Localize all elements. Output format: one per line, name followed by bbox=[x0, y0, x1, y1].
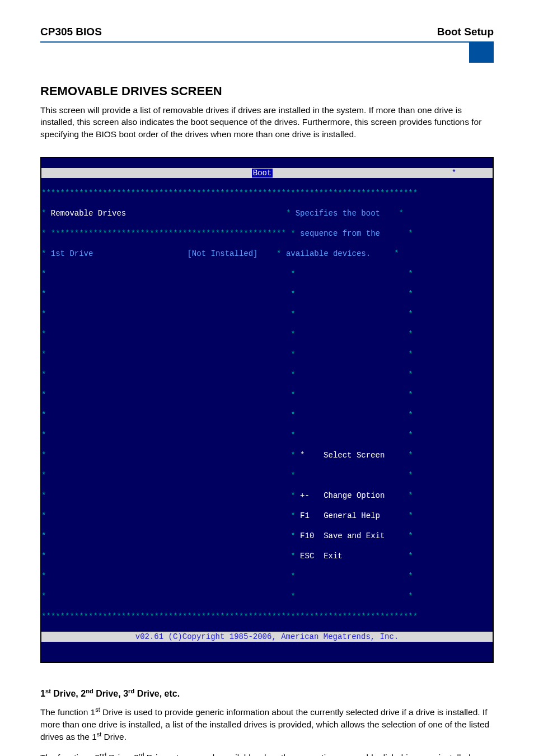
bios-general-help: General Help bbox=[324, 511, 380, 520]
para-2: The functions 2nd Drive, 3rd Drive, etc.… bbox=[40, 751, 494, 756]
section-title: REMOVABLE DRIVES SCREEN bbox=[40, 84, 494, 99]
bios-save-exit: Save and Exit bbox=[324, 531, 385, 540]
bios-copyright: v02.61 (C)Copyright 1985-2006, American … bbox=[135, 632, 399, 641]
bios-key-esc: ESC bbox=[300, 552, 314, 561]
section-body: This screen will provide a list of remov… bbox=[40, 104, 494, 140]
bios-item-value: [Not Installed] bbox=[187, 249, 257, 258]
bios-exit: Exit bbox=[324, 552, 343, 561]
bios-screenshot: Boot * *********************************… bbox=[40, 157, 494, 663]
bios-key-select: * bbox=[300, 451, 305, 460]
bios-help-3: available devices. bbox=[286, 249, 371, 258]
bios-title: Boot bbox=[252, 169, 273, 178]
bios-help-1: Specifies the boot bbox=[296, 209, 380, 218]
bios-key-f1: F1 bbox=[300, 511, 310, 520]
subheading-drives: 1st Drive, 2nd Drive, 3rd Drive, etc. bbox=[40, 688, 494, 699]
bios-change-option: Change Option bbox=[324, 491, 385, 500]
header-divider bbox=[40, 41, 494, 64]
bios-group: Removable Drives bbox=[51, 209, 126, 218]
bios-item-label: 1st Drive bbox=[51, 249, 93, 258]
bios-select-screen: Select Screen bbox=[324, 451, 385, 460]
para-1: The function 1st Drive is used to provid… bbox=[40, 706, 494, 743]
bios-help-2: sequence from the bbox=[300, 229, 380, 238]
bios-key-updown: +- bbox=[300, 491, 310, 500]
bios-key-f10: F10 bbox=[300, 531, 314, 540]
header-left: CP305 BIOS bbox=[40, 26, 102, 38]
header-right: Boot Setup bbox=[437, 26, 494, 38]
